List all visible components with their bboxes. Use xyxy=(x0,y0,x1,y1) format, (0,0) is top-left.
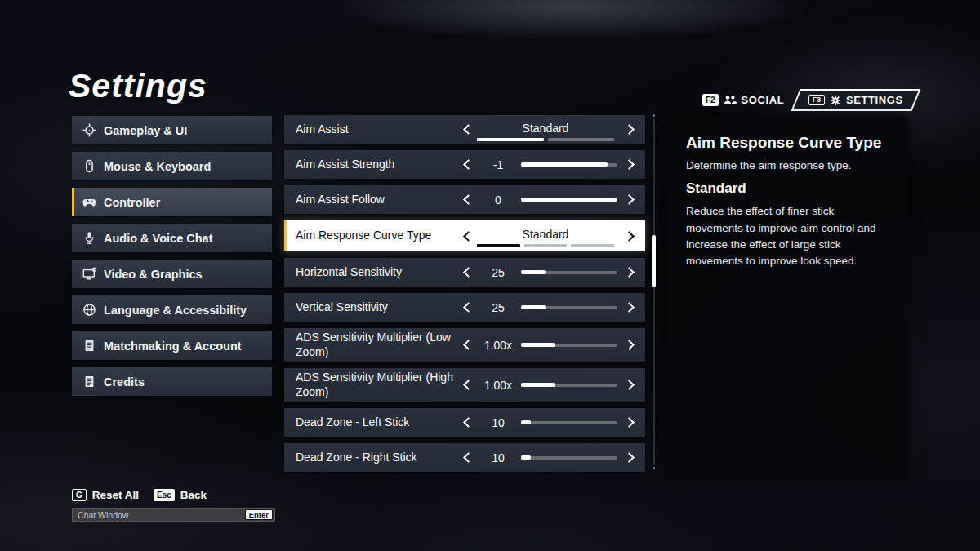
chevron-right-icon[interactable] xyxy=(622,126,639,133)
slider[interactable] xyxy=(521,306,617,309)
monitor-icon xyxy=(82,267,96,281)
chevron-right-icon[interactable] xyxy=(622,196,639,203)
slider[interactable] xyxy=(521,456,617,460)
chevron-right-icon[interactable] xyxy=(622,341,639,349)
slider-fill xyxy=(521,162,608,167)
setting-controls: 10 xyxy=(459,408,645,437)
sidebar-item-gameplay-ui[interactable]: Gameplay & UI xyxy=(72,116,272,144)
setting-controls: -1 xyxy=(459,150,645,179)
chat-placeholder: Chat Window xyxy=(73,510,245,520)
slider-fill xyxy=(521,198,617,202)
setting-value: 25 xyxy=(475,301,521,314)
slider[interactable] xyxy=(521,384,617,387)
chevron-left-icon[interactable] xyxy=(459,126,475,133)
setting-middle: 10 xyxy=(475,416,622,429)
setting-controls: 25 xyxy=(459,258,645,287)
settings-tab-button[interactable]: F3 SETTINGS xyxy=(791,89,921,111)
scrollbar-track[interactable] xyxy=(653,118,655,465)
info-title: Aim Response Curve Type xyxy=(686,134,889,152)
setting-label: ADS Sensitivity Multiplier (Low Zoom) xyxy=(284,328,459,362)
f2-key-badge: F2 xyxy=(702,94,719,106)
chevron-right-icon[interactable] xyxy=(622,233,639,240)
chevron-left-icon[interactable] xyxy=(459,304,475,311)
setting-row-aim-assist-strength[interactable]: Aim Assist Strength -1 xyxy=(284,150,645,179)
setting-row-dead-zone-left-stick[interactable]: Dead Zone - Left Stick 10 xyxy=(284,408,645,437)
scrollbar-bottom-dot xyxy=(653,467,655,469)
setting-row-aim-assist[interactable]: Aim Assist Standard xyxy=(284,115,645,144)
reset-all-label: Reset All xyxy=(92,489,139,501)
sidebar-item-mouse-keyboard[interactable]: Mouse & Keyboard xyxy=(72,152,272,180)
option-segment xyxy=(548,138,615,141)
chevron-right-icon[interactable] xyxy=(622,419,639,426)
setting-middle: Standard xyxy=(475,118,622,141)
setting-controls: 1.00x xyxy=(459,368,645,402)
sidebar-item-audio-voice-chat[interactable]: Audio & Voice Chat xyxy=(72,224,272,252)
slider-fill xyxy=(521,383,555,387)
f3-key-badge: F3 xyxy=(808,95,825,105)
chevron-left-icon[interactable] xyxy=(459,161,475,168)
chevron-right-icon[interactable] xyxy=(622,304,639,311)
setting-controls: 25 xyxy=(459,293,645,322)
setting-value: -1 xyxy=(475,158,521,171)
chevron-right-icon[interactable] xyxy=(622,381,639,389)
globe-icon xyxy=(82,303,96,317)
chevron-right-icon[interactable] xyxy=(622,269,639,276)
chevron-left-icon[interactable] xyxy=(459,381,475,389)
setting-row-aim-response-curve-type[interactable]: Aim Response Curve Type Standard xyxy=(284,220,645,251)
enter-key-badge: Enter xyxy=(245,509,273,520)
back-label: Back xyxy=(180,489,207,501)
setting-label: Dead Zone - Right Stick xyxy=(284,448,459,468)
chevron-right-icon[interactable] xyxy=(622,454,639,461)
setting-controls: Standard xyxy=(459,220,645,251)
chevron-right-icon[interactable] xyxy=(622,161,639,168)
chevron-left-icon[interactable] xyxy=(459,454,475,461)
sidebar-item-label: Video & Graphics xyxy=(104,268,203,281)
social-button[interactable]: F2 SOCIAL xyxy=(702,94,784,106)
chevron-left-icon[interactable] xyxy=(459,233,475,240)
chevron-left-icon[interactable] xyxy=(459,269,475,276)
back-button[interactable]: Esc Back xyxy=(154,489,207,501)
chevron-left-icon[interactable] xyxy=(459,196,475,203)
slider[interactable] xyxy=(521,344,617,347)
setting-row-dead-zone-right-stick[interactable]: Dead Zone - Right Stick 10 xyxy=(284,443,645,472)
social-label: SOCIAL xyxy=(742,94,785,106)
page-title: Settings xyxy=(69,67,207,105)
setting-value: 10 xyxy=(475,451,521,464)
scrollbar-thumb[interactable] xyxy=(652,235,656,287)
option-segments xyxy=(477,244,614,247)
slider[interactable] xyxy=(521,163,617,167)
slider[interactable] xyxy=(521,198,617,202)
g-key-badge: G xyxy=(72,489,87,501)
sidebar-item-controller[interactable]: Controller xyxy=(72,188,272,216)
sidebar-item-label: Controller xyxy=(104,196,160,209)
setting-label: Aim Assist Follow xyxy=(284,190,459,210)
option-segments xyxy=(477,138,614,141)
sidebar-item-label: Credits xyxy=(104,375,145,389)
setting-controls: 1.00x xyxy=(459,328,645,362)
setting-controls: 0 xyxy=(459,185,645,214)
sidebar-item-video-graphics[interactable]: Video & Graphics xyxy=(72,260,272,288)
people-icon xyxy=(724,95,737,105)
setting-row-ads-sensitivity-multiplier-high-zoom[interactable]: ADS Sensitivity Multiplier (High Zoom) 1… xyxy=(284,368,645,402)
chevron-left-icon[interactable] xyxy=(459,419,475,426)
slider-fill xyxy=(521,420,531,424)
chevron-left-icon[interactable] xyxy=(459,341,475,349)
setting-value: 25 xyxy=(475,266,521,279)
sidebar-item-language-accessibility[interactable]: Language & Accessibility xyxy=(72,295,272,324)
setting-middle: 25 xyxy=(475,266,622,279)
setting-middle: Standard xyxy=(475,224,622,247)
sidebar-item-matchmaking-account[interactable]: Matchmaking & Account xyxy=(72,331,272,360)
setting-row-ads-sensitivity-multiplier-low-zoom[interactable]: ADS Sensitivity Multiplier (Low Zoom) 1.… xyxy=(284,328,645,362)
setting-label: Aim Assist Strength xyxy=(284,155,459,175)
slider[interactable] xyxy=(521,271,617,274)
slider[interactable] xyxy=(521,421,617,424)
setting-row-aim-assist-follow[interactable]: Aim Assist Follow 0 xyxy=(284,185,645,214)
chat-input[interactable]: Chat Window Enter xyxy=(72,508,275,522)
info-value-name: Standard xyxy=(686,180,889,197)
setting-row-horizontal-sensitivity[interactable]: Horizontal Sensitivity 25 xyxy=(284,258,645,287)
setting-row-vertical-sensitivity[interactable]: Vertical Sensitivity 25 xyxy=(284,293,645,322)
sidebar: Gameplay & UI Mouse & Keyboard Controlle… xyxy=(72,116,272,396)
reset-all-button[interactable]: G Reset All xyxy=(72,489,139,501)
sidebar-item-credits[interactable]: Credits xyxy=(72,367,272,396)
setting-value: Standard xyxy=(475,228,616,241)
